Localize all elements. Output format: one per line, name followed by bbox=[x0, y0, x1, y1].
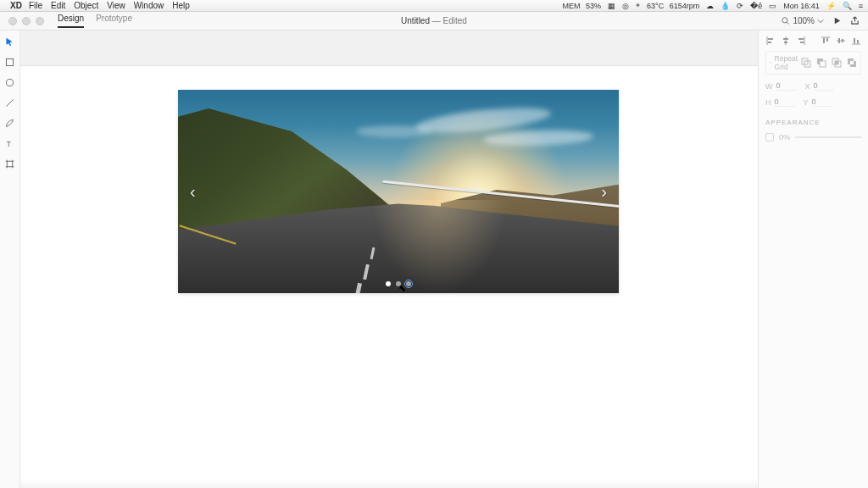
boolean-add-icon[interactable] bbox=[801, 58, 811, 68]
menubar-temp: 63°C 6154rpm bbox=[647, 2, 699, 10]
menubar-compass-icon: ◎ bbox=[622, 2, 629, 10]
align-left-icon[interactable] bbox=[765, 36, 776, 46]
menu-help[interactable]: Help bbox=[172, 1, 190, 10]
svg-rect-40 bbox=[820, 61, 826, 67]
search-icon bbox=[781, 16, 790, 25]
carousel-dot-2[interactable] bbox=[396, 281, 401, 286]
x-input[interactable]: 0 bbox=[814, 81, 834, 91]
window-close-icon[interactable] bbox=[8, 17, 17, 25]
width-input[interactable]: 0 bbox=[776, 81, 797, 91]
repeat-grid-button[interactable]: Repeat Grid bbox=[765, 51, 861, 75]
height-label: H bbox=[765, 98, 771, 107]
align-hcenter-icon[interactable] bbox=[781, 36, 791, 46]
svg-rect-17 bbox=[768, 42, 771, 43]
canvas-area: ‹ › ⬉ bbox=[20, 30, 758, 488]
artboard-carousel[interactable]: ‹ › ⬉ bbox=[178, 90, 619, 293]
opacity-checkbox[interactable] bbox=[765, 133, 774, 141]
menubar-notifications-icon[interactable]: ≡ bbox=[859, 2, 863, 10]
tab-design[interactable]: Design bbox=[58, 14, 84, 28]
macos-menubar: XD File Edit Object View Window Help MEM… bbox=[0, 0, 868, 12]
carousel-dot-1[interactable] bbox=[386, 281, 391, 286]
y-input[interactable]: 0 bbox=[812, 97, 832, 107]
width-label: W bbox=[765, 82, 773, 91]
menubar-cloud-icon: ☁ bbox=[706, 2, 714, 10]
svg-rect-43 bbox=[835, 61, 838, 64]
text-tool[interactable]: T bbox=[4, 137, 16, 149]
svg-rect-16 bbox=[768, 38, 773, 40]
ellipse-tool[interactable] bbox=[4, 76, 16, 88]
menubar-battery-icon: ⚡ bbox=[826, 2, 836, 10]
svg-rect-23 bbox=[800, 42, 804, 43]
preview-button[interactable] bbox=[832, 16, 842, 25]
line-tool[interactable] bbox=[4, 97, 16, 108]
carousel-next-button[interactable]: › bbox=[601, 182, 607, 202]
window-minimize-icon[interactable] bbox=[22, 17, 31, 25]
zoom-control[interactable]: 100% bbox=[781, 16, 824, 25]
carousel-dot-3[interactable] bbox=[406, 281, 411, 286]
menu-window[interactable]: Window bbox=[134, 1, 164, 10]
share-button[interactable] bbox=[850, 16, 860, 25]
svg-point-3 bbox=[6, 79, 13, 86]
svg-rect-34 bbox=[771, 62, 771, 63]
menu-file[interactable]: File bbox=[29, 1, 42, 10]
svg-rect-26 bbox=[826, 38, 828, 42]
menubar-spotlight-icon[interactable]: 🔍 bbox=[843, 2, 852, 10]
menubar-sync-icon: ⟳ bbox=[737, 2, 743, 10]
boolean-intersect-icon[interactable] bbox=[832, 58, 842, 68]
svg-rect-6 bbox=[7, 161, 13, 167]
window-controls[interactable] bbox=[0, 17, 44, 25]
opacity-slider[interactable] bbox=[795, 136, 861, 138]
chevron-right-icon: › bbox=[601, 182, 607, 201]
opacity-control[interactable]: 0% bbox=[765, 133, 861, 141]
opacity-value: 0% bbox=[779, 133, 790, 141]
align-right-icon[interactable] bbox=[796, 36, 806, 46]
svg-rect-32 bbox=[857, 40, 859, 43]
app-name[interactable]: XD bbox=[10, 1, 22, 10]
align-bottom-icon[interactable] bbox=[851, 36, 861, 46]
app-titlebar: Design Prototype Untitled — Edited 100% bbox=[0, 12, 868, 30]
menubar-clock[interactable]: Mon 16:41 bbox=[783, 2, 820, 10]
menu-object[interactable]: Object bbox=[74, 1, 98, 10]
svg-rect-36 bbox=[771, 63, 771, 64]
tab-prototype[interactable]: Prototype bbox=[96, 14, 132, 28]
menubar-location-icon: ⌖ bbox=[636, 1, 640, 10]
select-tool-icon bbox=[4, 36, 15, 47]
svg-rect-29 bbox=[842, 39, 843, 42]
align-top-icon[interactable] bbox=[821, 36, 831, 46]
document-title: Untitled — Edited bbox=[401, 16, 467, 25]
menubar-wifi-icon: �ê bbox=[750, 2, 762, 10]
menubar-mem: MEM 53% bbox=[563, 2, 602, 10]
svg-rect-28 bbox=[838, 38, 840, 43]
svg-line-4 bbox=[6, 99, 13, 106]
rectangle-tool-icon bbox=[4, 57, 15, 68]
share-icon bbox=[850, 16, 860, 25]
workspace: T ‹ bbox=[0, 30, 868, 488]
tool-sidebar: T bbox=[0, 30, 20, 488]
dimensions-row-2: H0 Y0 bbox=[765, 97, 861, 107]
align-vcenter-icon[interactable] bbox=[836, 36, 846, 46]
carousel-prev-button[interactable]: ‹ bbox=[190, 182, 196, 202]
menu-view[interactable]: View bbox=[107, 1, 125, 10]
canvas[interactable]: ‹ › ⬉ bbox=[20, 66, 758, 488]
menubar-display-icon: ▭ bbox=[769, 2, 776, 10]
chevron-down-icon bbox=[817, 19, 824, 24]
rectangle-tool[interactable] bbox=[4, 56, 16, 68]
artboard-tool-icon bbox=[4, 158, 15, 169]
pen-tool-icon bbox=[4, 118, 15, 129]
boolean-exclude-icon[interactable] bbox=[847, 58, 857, 68]
window-zoom-icon[interactable] bbox=[36, 17, 44, 25]
svg-rect-2 bbox=[6, 58, 13, 65]
play-icon bbox=[832, 16, 842, 25]
menu-edit[interactable]: Edit bbox=[51, 1, 65, 10]
svg-rect-46 bbox=[850, 61, 854, 64]
select-tool[interactable] bbox=[4, 36, 16, 47]
boolean-subtract-icon[interactable] bbox=[816, 58, 826, 68]
line-tool-icon bbox=[4, 97, 15, 108]
pen-tool[interactable] bbox=[4, 117, 16, 129]
svg-rect-20 bbox=[784, 42, 787, 43]
carousel-dots[interactable] bbox=[386, 281, 411, 286]
mode-tabs: Design Prototype bbox=[58, 14, 132, 28]
height-input[interactable]: 0 bbox=[775, 97, 795, 107]
artboard-tool[interactable] bbox=[4, 158, 16, 169]
text-tool-icon: T bbox=[4, 138, 15, 149]
